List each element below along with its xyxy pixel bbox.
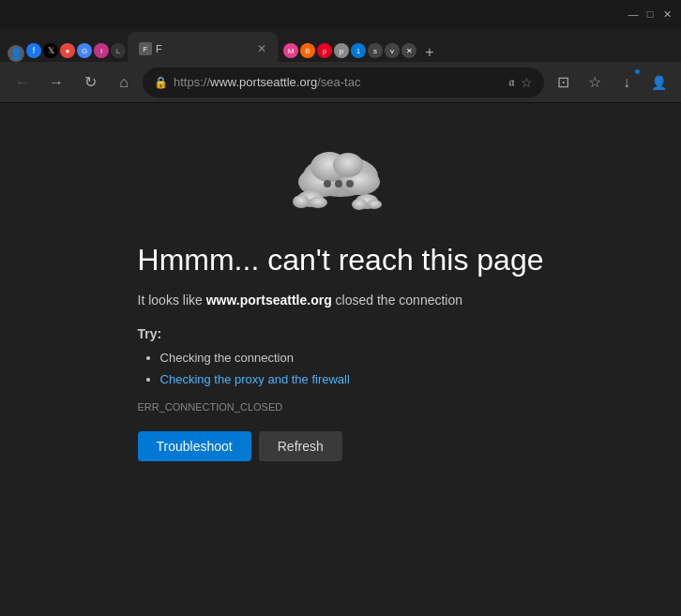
address-prefix: https:// xyxy=(174,75,210,89)
suggestion-2-link[interactable]: Checking the proxy and the firewall xyxy=(160,372,350,386)
suggestion-1: Checking the connection xyxy=(160,351,544,365)
refresh-page-button[interactable]: Refresh xyxy=(259,431,342,461)
navigation-toolbar: ← → ↻ ⌂ 🔒 https://www.portseattle.org/se… xyxy=(0,62,681,103)
forward-button[interactable]: → xyxy=(41,68,71,98)
profile-avatar[interactable]: 👤 xyxy=(8,45,24,62)
svg-point-6 xyxy=(335,180,342,188)
minimize-icon[interactable]: — xyxy=(627,8,640,21)
address-text: https://www.portseattle.org/sea-tac xyxy=(174,75,503,89)
tab-bar-favicon-9: p xyxy=(317,43,332,58)
svg-point-4 xyxy=(333,153,363,177)
tab-bar-favicon-7: M xyxy=(283,43,298,58)
forward-icon: → xyxy=(49,74,64,91)
new-tab-button[interactable]: + xyxy=(422,47,437,62)
user-icon: 👤 xyxy=(651,75,667,90)
svg-point-10 xyxy=(309,197,327,208)
favorites-button[interactable]: ☆ xyxy=(580,68,610,98)
split-icon: ⊡ xyxy=(557,73,569,91)
address-domain: www.portseattle.org xyxy=(210,75,317,89)
tab-bar-favicon-11: 1 xyxy=(351,43,366,58)
immersive-reader-icon[interactable]: 𝖆 xyxy=(508,74,515,90)
close-tab-icon[interactable]: ✕ xyxy=(257,42,266,55)
active-tab[interactable]: F F ✕ xyxy=(128,32,278,62)
tab-bar-favicon-2: 𝕏 xyxy=(43,43,58,58)
browser-frame: — □ ✕ 👤 f 𝕏 ● G I L F F ✕ M B p p 1 s xyxy=(0,0,681,616)
back-button[interactable]: ← xyxy=(8,68,38,98)
subtitle-suffix: closed the connection xyxy=(332,293,462,308)
error-suggestions: Checking the connection Checking the pro… xyxy=(138,351,544,386)
tab-bar-favicon-1: f xyxy=(26,43,41,58)
suggestion-2: Checking the proxy and the firewall xyxy=(160,372,544,386)
svg-point-9 xyxy=(293,195,310,208)
active-tab-favicon: F xyxy=(139,42,152,55)
error-code: ERR_CONNECTION_CLOSED xyxy=(138,401,544,413)
error-title: Hmmm... can't reach this page xyxy=(138,242,544,278)
collections-icon: ☆ xyxy=(588,73,601,91)
error-try-label: Try: xyxy=(138,326,544,341)
refresh-icon: ↻ xyxy=(84,73,97,91)
download-icon: ↓ xyxy=(623,74,630,91)
profile-button[interactable]: 👤 xyxy=(643,68,673,98)
subtitle-domain: www.portseattle.org xyxy=(206,293,332,308)
address-bar[interactable]: 🔒 https://www.portseattle.org/sea-tac 𝖆 … xyxy=(143,68,544,98)
svg-point-13 xyxy=(367,200,382,209)
tab-bar-favicon-6: L xyxy=(111,43,126,58)
system-topbar: — □ ✕ xyxy=(0,0,681,28)
split-view-button[interactable]: ⊡ xyxy=(548,68,578,98)
maximize-icon[interactable]: □ xyxy=(643,8,657,21)
tab-bar-favicon-4: G xyxy=(77,43,92,58)
downloads-button[interactable]: ↓ xyxy=(612,68,642,98)
tab-bar-favicon-14: ✕ xyxy=(401,43,416,58)
close-icon[interactable]: ✕ xyxy=(660,8,673,21)
toolbar-right: ⊡ ☆ ↓ 👤 xyxy=(548,68,673,98)
svg-point-5 xyxy=(324,180,331,188)
home-button[interactable]: ⌂ xyxy=(109,68,139,98)
error-subtitle: It looks like www.portseattle.org closed… xyxy=(138,293,544,308)
error-content: Hmmm... can't reach this page It looks l… xyxy=(119,242,563,461)
tab-bar-favicon-8: B xyxy=(300,43,315,58)
address-path: /sea-tac xyxy=(317,75,360,89)
svg-point-7 xyxy=(346,180,354,188)
home-icon: ⌂ xyxy=(119,74,129,91)
page-content: Hmmm... can't reach this page It looks l… xyxy=(0,103,681,616)
error-buttons: Troubleshoot Refresh xyxy=(138,431,544,461)
tab-bar-favicon-5: I xyxy=(94,43,109,58)
svg-point-12 xyxy=(352,199,367,210)
lock-icon: 🔒 xyxy=(154,76,168,89)
cloud-illustration xyxy=(284,141,397,219)
tab-bar-favicon-13: v xyxy=(385,43,400,58)
tab-bar-favicon-3: ● xyxy=(60,43,75,58)
tab-bar-favicon-12: s xyxy=(368,43,383,58)
active-tab-label: F xyxy=(156,43,162,54)
subtitle-prefix: It looks like xyxy=(138,293,206,308)
tab-bar-favicon-10: p xyxy=(334,43,349,58)
tab-bar: 👤 f 𝕏 ● G I L F F ✕ M B p p 1 s v ✕ + xyxy=(0,28,681,62)
refresh-button[interactable]: ↻ xyxy=(75,68,105,98)
favorites-star-icon[interactable]: ☆ xyxy=(521,75,533,90)
suggestion-1-text: Checking the connection xyxy=(160,351,294,365)
troubleshoot-button[interactable]: Troubleshoot xyxy=(138,431,251,461)
back-icon: ← xyxy=(15,74,30,91)
